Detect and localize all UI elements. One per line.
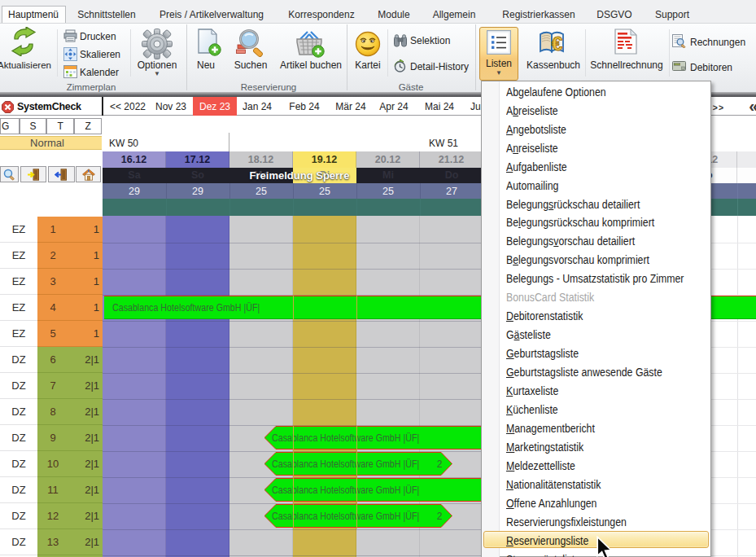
- svg-text:cb04: cb04: [674, 63, 680, 66]
- svg-text:€: €: [552, 33, 562, 55]
